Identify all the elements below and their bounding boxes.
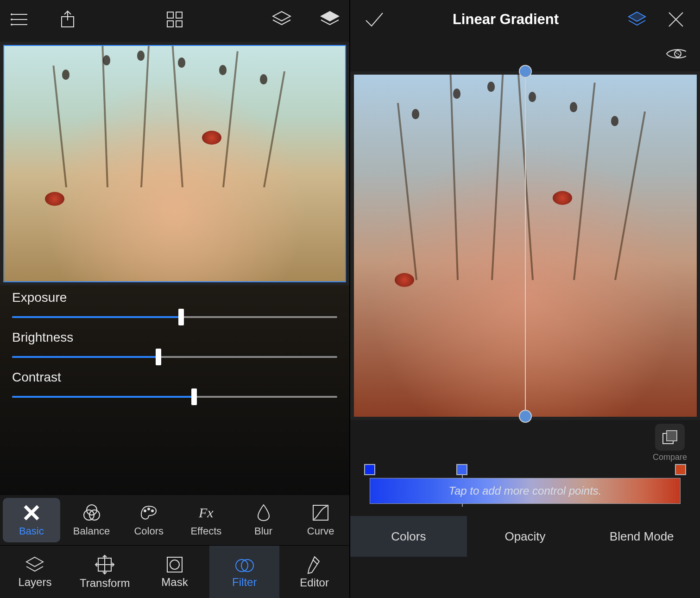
slider-panel: Exposure Brightness Contrast bbox=[0, 286, 349, 495]
tab-opacity[interactable]: Opacity bbox=[467, 516, 584, 557]
gradient-stop-left[interactable] bbox=[364, 464, 375, 475]
canvas-image bbox=[3, 45, 346, 282]
gradient-strip[interactable]: Tap to add more control points. bbox=[370, 478, 681, 504]
svg-point-5 bbox=[11, 24, 12, 25]
mask-icon bbox=[165, 555, 184, 574]
svg-point-20 bbox=[148, 508, 150, 510]
svg-rect-27 bbox=[167, 557, 182, 572]
svg-marker-23 bbox=[26, 557, 43, 566]
compare-block: Compare bbox=[653, 424, 687, 462]
filter-tab-curve[interactable]: Curve bbox=[292, 495, 349, 545]
contrast-label: Contrast bbox=[12, 370, 337, 385]
right-canvas[interactable] bbox=[350, 71, 700, 420]
x-circle-icon bbox=[22, 503, 41, 522]
svg-line-31 bbox=[313, 560, 317, 564]
gradient-handle-bottom[interactable] bbox=[519, 410, 532, 423]
bottom-nav: Layers Transform Mask Filter Editor bbox=[0, 545, 349, 598]
visibility-row bbox=[350, 39, 700, 69]
brightness-label: Brightness bbox=[12, 330, 337, 345]
svg-marker-13 bbox=[321, 12, 339, 21]
exposure-slider[interactable] bbox=[12, 311, 337, 324]
gradient-strip-area: Tap to add more control points. bbox=[350, 462, 700, 509]
fx-icon: Fx bbox=[196, 503, 216, 522]
palette-icon bbox=[139, 503, 158, 522]
filter-tab-blur[interactable]: Blur bbox=[235, 495, 292, 545]
svg-point-21 bbox=[151, 510, 153, 512]
svg-point-4 bbox=[11, 19, 12, 20]
list-icon[interactable] bbox=[9, 9, 30, 30]
curve-icon bbox=[311, 503, 330, 522]
layers-icon bbox=[25, 555, 45, 574]
nav-transform[interactable]: Transform bbox=[70, 546, 140, 598]
left-canvas[interactable] bbox=[0, 42, 349, 286]
gradient-stop-right[interactable] bbox=[675, 464, 686, 475]
left-topbar bbox=[0, 0, 349, 39]
right-topbar: Linear Gradient bbox=[350, 0, 700, 39]
svg-point-35 bbox=[675, 51, 681, 57]
nav-filter[interactable]: Filter bbox=[209, 546, 279, 598]
gradient-axis-line[interactable] bbox=[525, 68, 526, 418]
filter-editor-panel: Exposure Brightness Contrast Basic Balan… bbox=[0, 0, 350, 598]
check-icon[interactable] bbox=[364, 9, 385, 30]
contrast-slider[interactable] bbox=[12, 390, 337, 403]
venn-icon bbox=[82, 503, 101, 522]
filter-icon bbox=[235, 555, 254, 574]
contrast-slider-block: Contrast bbox=[12, 370, 337, 403]
svg-rect-38 bbox=[667, 431, 677, 441]
page-title: Linear Gradient bbox=[453, 11, 559, 28]
brightness-slider-block: Brightness bbox=[12, 330, 337, 363]
share-icon[interactable] bbox=[57, 9, 78, 30]
filter-tab-colors[interactable]: Colors bbox=[120, 495, 177, 545]
eye-icon[interactable] bbox=[666, 44, 686, 64]
transform-icon bbox=[95, 554, 115, 575]
svg-point-3 bbox=[11, 14, 12, 15]
drop-icon bbox=[254, 503, 273, 522]
tab-blend-mode[interactable]: Blend Mode bbox=[583, 516, 700, 557]
svg-line-36 bbox=[675, 52, 681, 56]
svg-marker-12 bbox=[273, 12, 290, 21]
gradient-handle-top[interactable] bbox=[519, 65, 532, 78]
filter-tab-basic[interactable]: Basic bbox=[3, 498, 60, 542]
svg-point-28 bbox=[170, 560, 179, 569]
nav-mask[interactable]: Mask bbox=[140, 546, 210, 598]
grid-icon[interactable] bbox=[164, 9, 185, 30]
nav-editor[interactable]: Editor bbox=[279, 546, 349, 598]
layers-filled-icon[interactable] bbox=[320, 9, 340, 30]
compare-icon bbox=[661, 429, 679, 445]
filter-tab-balance[interactable]: Balance bbox=[63, 495, 120, 545]
layers-outline-icon[interactable] bbox=[271, 9, 292, 30]
gradient-editor-panel: Linear Gradient bbox=[350, 0, 700, 598]
close-icon[interactable] bbox=[666, 9, 686, 30]
compare-label: Compare bbox=[653, 452, 687, 462]
nav-layers[interactable]: Layers bbox=[0, 546, 70, 598]
layers-blue-icon[interactable] bbox=[627, 9, 647, 30]
gradient-stop-mid[interactable] bbox=[456, 464, 467, 475]
svg-marker-32 bbox=[629, 12, 645, 21]
brightness-slider[interactable] bbox=[12, 350, 337, 363]
svg-rect-9 bbox=[176, 12, 182, 18]
svg-rect-8 bbox=[167, 12, 173, 18]
gradient-tabs: Colors Opacity Blend Mode bbox=[350, 516, 700, 557]
pencil-icon bbox=[306, 555, 323, 574]
svg-rect-11 bbox=[176, 21, 182, 27]
exposure-slider-block: Exposure bbox=[12, 290, 337, 324]
tab-colors[interactable]: Colors bbox=[350, 516, 467, 557]
filter-tab-effects[interactable]: Fx Effects bbox=[177, 495, 235, 545]
gradient-hint: Tap to add more control points. bbox=[449, 484, 602, 497]
filter-category-tabs: Basic Balance Colors Fx Effects Blur Cur… bbox=[0, 495, 349, 545]
svg-rect-10 bbox=[167, 21, 173, 27]
compare-button[interactable] bbox=[655, 424, 685, 451]
svg-point-19 bbox=[144, 510, 146, 512]
exposure-label: Exposure bbox=[12, 290, 337, 305]
